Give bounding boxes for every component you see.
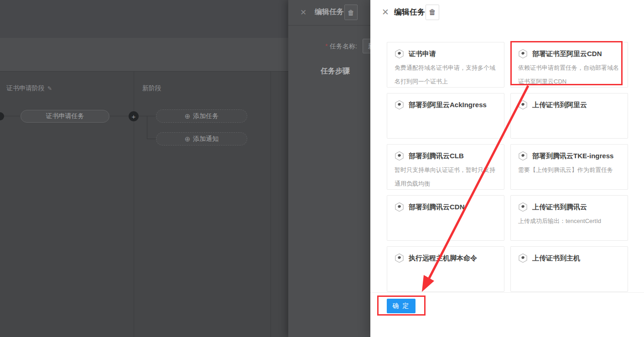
task-hexagon-icon [518, 100, 528, 110]
task-hexagon-icon [395, 49, 404, 59]
edit-task-drawer: ✕ 编辑任务 🗑 * 任务名称: 新 任务步骤 [288, 0, 370, 337]
edge-to-add-notify [147, 139, 156, 139]
card-title: 上传证书到腾讯云 [532, 203, 587, 212]
stage-title-cert-apply: 证书申请阶段✎ [6, 84, 52, 93]
task-type-card[interactable]: 证书申请 免费通配符域名证书申请，支持多个域名打到同一个证书上 [387, 42, 504, 88]
task-type-card[interactable]: 部署到阿里云AckIngress [387, 93, 504, 139]
task-hexagon-icon [518, 151, 528, 161]
task-type-card[interactable]: 上传证书到主机 [510, 246, 628, 292]
trash-icon: 🗑 [429, 8, 436, 16]
required-asterisk: * [325, 42, 327, 50]
confirm-button[interactable]: 确 定 [387, 299, 415, 313]
add-notify-button[interactable]: ⊕ 添加通知 [156, 132, 247, 145]
card-title: 部署到腾讯云CDN [409, 203, 465, 212]
circle-plus-icon: ⊕ [185, 113, 191, 119]
task-hexagon-icon [395, 100, 404, 110]
task-steps-heading: 任务步骤 [321, 67, 350, 76]
task-card-grid: 证书申请 免费通配符域名证书申请，支持多个域名打到同一个证书上 部署证书至阿里云… [387, 42, 628, 292]
card-description: 免费通配符域名证书申请，支持多个域名打到同一个证书上 [395, 61, 498, 88]
add-notify-label: 添加通知 [193, 135, 218, 143]
card-description: 需要【上传到腾讯云】作为前置任务 [518, 163, 621, 177]
edge-branch-vertical [147, 116, 147, 139]
task-type-drawer-title: 编辑任务 [394, 7, 425, 17]
card-title: 部署到腾讯云CLB [409, 152, 464, 161]
card-header: 部署到腾讯云CLB [395, 151, 498, 161]
card-title: 执行远程主机脚本命令 [409, 254, 477, 263]
task-type-card[interactable]: 部署到腾讯云CLB 暂时只支持单向认证证书，暂时只支持通用负载均衡 [387, 144, 504, 190]
edit-task-drawer-title: 编辑任务 [315, 7, 344, 17]
stage-title-new: 新阶段 [142, 84, 161, 93]
close-icon[interactable]: ✕ [382, 7, 389, 17]
card-description: 上传成功后输出：tencentCertId [518, 214, 621, 228]
task-name-label: 任务名称: [330, 42, 357, 51]
card-header: 上传证书到腾讯云 [518, 202, 621, 212]
add-stage-plus-button[interactable]: + [129, 111, 139, 121]
add-task-button[interactable]: ⊕ 添加任务 [156, 109, 247, 123]
task-hexagon-icon [518, 49, 528, 59]
edge-task-to-plus [109, 116, 129, 116]
card-header: 执行远程主机脚本命令 [395, 253, 498, 263]
task-hexagon-icon [395, 202, 404, 212]
circle-plus-icon: ⊕ [185, 135, 191, 142]
card-header: 部署到阿里云AckIngress [395, 100, 498, 110]
task-type-drawer: ✕ 编辑任务 🗑 证书申请 免费通配符域名证书申请，支持多个域名打到同一个证书上… [370, 0, 644, 337]
close-icon[interactable]: ✕ [300, 8, 306, 17]
task-type-card[interactable]: 上传证书到腾讯云 上传成功后输出：tencentCertId [510, 195, 628, 241]
drawer-footer: 确 定 [370, 292, 644, 337]
card-title: 部署证书至阿里云CDN [532, 50, 602, 58]
add-task-label: 添加任务 [193, 112, 218, 120]
task-type-card[interactable]: 执行远程主机脚本命令 [387, 246, 504, 292]
task-type-card[interactable]: 部署到腾讯云TKE-ingress 需要【上传到腾讯云】作为前置任务 [510, 144, 628, 190]
cert-apply-task-node[interactable]: 证书申请任务 [21, 110, 109, 123]
edge-plus-branch [139, 116, 147, 116]
task-hexagon-icon [395, 151, 404, 161]
card-title: 证书申请 [409, 50, 436, 58]
stage-column-divider [270, 72, 271, 337]
task-type-card[interactable]: 部署到腾讯云CDN [387, 195, 504, 241]
task-type-card[interactable]: 上传证书到阿里云 [510, 93, 628, 139]
task-hexagon-icon [518, 253, 528, 263]
card-header: 部署到腾讯云CDN [395, 202, 498, 212]
task-hexagon-icon [518, 202, 528, 212]
card-title: 部署到腾讯云TKE-ingress [532, 152, 613, 161]
card-title: 部署到阿里云AckIngress [409, 101, 487, 109]
delete-task-button[interactable]: 🗑 [426, 5, 439, 20]
card-description: 依赖证书申请前置任务，自动部署域名证书至阿里云CDN [518, 61, 621, 88]
card-header: 上传证书到主机 [518, 253, 621, 263]
card-title: 上传证书到阿里云 [532, 101, 587, 109]
card-title: 上传证书到主机 [532, 254, 580, 263]
edge-to-add-task [147, 116, 156, 116]
edit-stage-icon[interactable]: ✎ [47, 85, 52, 92]
card-header: 上传证书到阿里云 [518, 100, 621, 110]
card-header: 部署证书至阿里云CDN [518, 49, 621, 59]
card-header: 证书申请 [395, 49, 498, 59]
card-header: 部署到腾讯云TKE-ingress [518, 151, 621, 161]
card-description: 暂时只支持单向认证证书，暂时只支持通用负载均衡 [395, 163, 498, 191]
task-hexagon-icon [395, 253, 404, 263]
trash-icon: 🗑 [348, 9, 354, 16]
task-type-card[interactable]: 部署证书至阿里云CDN 依赖证书申请前置任务，自动部署域名证书至阿里云CDN [510, 42, 628, 88]
delete-task-button[interactable]: 🗑 [344, 5, 358, 20]
